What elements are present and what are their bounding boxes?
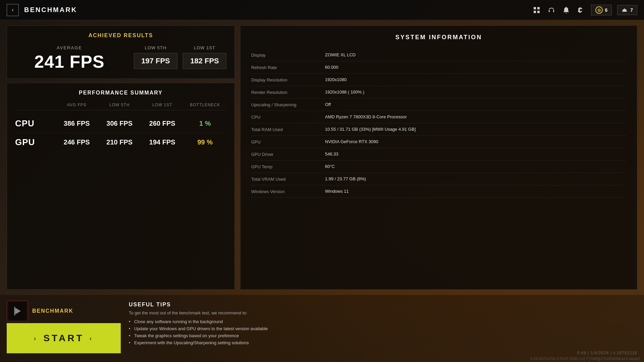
sysinfo-key: CPU — [251, 114, 325, 120]
low1st-stat: Low 1st 182 FPS — [183, 45, 226, 69]
page-title: BENCHMARK — [24, 6, 77, 14]
tips-intro: To get the most out of the benchmark tes… — [129, 310, 637, 315]
sysinfo-key: Refresh Rate — [251, 65, 325, 70]
perf-title: PERFORMANCE SUMMARY — [15, 90, 226, 96]
results-card: ACHIEVED RESULTS AVERAGE 241 FPS Low 5th… — [7, 25, 235, 79]
stats-block: Low 5th 197 FPS Low 1st 182 FPS — [134, 45, 226, 69]
coin-count: 6 — [605, 7, 607, 13]
coin-button[interactable]: ◎ 6 — [591, 5, 612, 15]
low1st-label: Low 1st — [183, 45, 226, 50]
tips-panel: USEFUL TIPS To get the most out of the b… — [129, 300, 637, 348]
sysinfo-title: SYSTEM INFORMATION — [251, 34, 626, 41]
tip-item: Experiment with the Upscaling/Sharpening… — [129, 339, 637, 346]
sysinfo-row: Total RAM Used10.55 / 31.71 GB (33%) [MW… — [251, 123, 626, 136]
gear-icon[interactable] — [576, 5, 586, 15]
left-panel: ACHIEVED RESULTS AVERAGE 241 FPS Low 5th… — [7, 25, 235, 290]
start-label: START — [43, 333, 84, 344]
col-name — [15, 103, 55, 107]
cpu-low1st: 260 FPS — [141, 120, 184, 127]
debug-bar: 9.29.16741216 [178.67:2506+11] T [7000][… — [526, 355, 644, 362]
player-count: 7 — [630, 7, 633, 13]
sysinfo-row: CPUAMD Ryzen 7 7800X3D 8-Core Processor — [251, 111, 626, 123]
sysinfo-val: ZOWIE XL LCD — [325, 52, 626, 57]
start-button[interactable]: › START ‹ — [7, 323, 121, 353]
sysinfo-val: Off — [325, 102, 626, 107]
gpu-avgfps: 246 FPS — [55, 138, 98, 146]
gpu-label: GPU — [15, 137, 55, 147]
sysinfo-key: Windows Version — [251, 189, 325, 194]
perf-table: Avg FPS Low 5th Low 1st Bottleneck CPU 3… — [15, 103, 226, 152]
sysinfo-key: Total VRAM Used — [251, 176, 325, 182]
sysinfo-val: 1.99 / 23.77 GB (8%) — [325, 176, 626, 181]
col-avgfps: Avg FPS — [55, 103, 98, 107]
average-label: AVERAGE — [15, 45, 124, 50]
sysinfo-key: Total RAM Used — [251, 127, 325, 132]
sysinfo-row: Refresh Rate60.000 — [251, 61, 626, 74]
tips-title: USEFUL TIPS — [129, 302, 637, 308]
col-low1st: Low 1st — [141, 103, 184, 107]
gpu-bottleneck: 99 % — [184, 138, 227, 146]
benchmark-launcher: BENCHMARK › START ‹ — [7, 300, 121, 353]
sysinfo-row: Upscaling / SharpeningOff — [251, 99, 626, 111]
topbar-right: ◎ 6 7 — [532, 5, 637, 15]
sysinfo-row: DisplayZOWIE XL LCD — [251, 49, 626, 61]
main-content: ACHIEVED RESULTS AVERAGE 241 FPS Low 5th… — [0, 20, 644, 295]
bottom-panel: BENCHMARK › START ‹ USEFUL TIPS To get t… — [0, 295, 644, 362]
sysinfo-val: 60.000 — [325, 65, 626, 70]
launcher-name: BENCHMARK — [32, 308, 73, 314]
sysinfo-val: AMD Ryzen 7 7800X3D 8-Core Processor — [325, 114, 626, 119]
low5th-stat: Low 5th 197 FPS — [134, 45, 177, 69]
sysinfo-val: 644x362 — [325, 77, 626, 82]
tip-item: Update your Windows and GPU drivers to t… — [129, 325, 637, 332]
low5th-label: Low 5th — [134, 45, 177, 50]
average-block: AVERAGE 241 FPS — [15, 45, 124, 70]
perf-card: PERFORMANCE SUMMARY Avg FPS Low 5th Low … — [7, 83, 235, 290]
svg-marker-4 — [14, 307, 21, 315]
svg-rect-2 — [534, 11, 536, 13]
results-title: ACHIEVED RESULTS — [15, 33, 226, 39]
launcher-icon — [7, 300, 28, 322]
player-button[interactable]: 7 — [617, 5, 637, 15]
coin-icon: ◎ — [595, 6, 603, 14]
cpu-avgfps: 386 FPS — [55, 120, 98, 127]
launcher-header: BENCHMARK — [7, 300, 121, 322]
sysinfo-row: Total VRAM Used1.99 / 23.77 GB (8%) — [251, 173, 626, 185]
player-icon — [622, 7, 628, 13]
sysinfo-table: DisplayZOWIE XL LCDRefresh Rate60.000Dis… — [251, 49, 626, 198]
grid-icon[interactable] — [532, 5, 541, 15]
sysinfo-val: 10.55 / 31.71 GB (33%) [MWII Usage 4.91 … — [325, 127, 626, 132]
sysinfo-key: GPU Temp — [251, 164, 325, 169]
sysinfo-row: GPU Temp60°C — [251, 161, 626, 173]
svg-rect-0 — [534, 7, 536, 9]
sysinfo-row: Render Resolution1920x1088 ( 100% ) — [251, 86, 626, 99]
timestamp: 0:49 | 1/6/2024 | v.16741216 — [577, 351, 637, 355]
tips-list: Close any software running in the backgr… — [129, 318, 637, 346]
sysinfo-row: GPUNVIDIA GeForce RTX 3090 — [251, 136, 626, 148]
perf-header: Avg FPS Low 5th Low 1st Bottleneck — [15, 103, 226, 110]
start-left-arrow: › — [34, 335, 38, 342]
sysinfo-key: GPU — [251, 139, 325, 144]
sysinfo-val: 546.33 — [325, 152, 626, 157]
tip-item: Tweak the graphics settings based on you… — [129, 332, 637, 339]
sysinfo-key: Upscaling / Sharpening — [251, 102, 325, 107]
average-value: 241 FPS — [15, 53, 124, 70]
col-bottleneck: Bottleneck — [184, 103, 227, 107]
svg-rect-3 — [537, 11, 540, 13]
sysinfo-key: Display — [251, 52, 325, 58]
sysinfo-val: Windows 11 — [325, 189, 626, 194]
perf-row-cpu: CPU 386 FPS 306 FPS 260 FPS 1 % — [15, 114, 226, 133]
tip-item: Close any software running in the backgr… — [129, 318, 637, 325]
sysinfo-row: GPU Driver546.33 — [251, 148, 626, 161]
back-button[interactable]: ‹ — [7, 4, 19, 16]
col-low5th: Low 5th — [98, 103, 141, 107]
results-grid: AVERAGE 241 FPS Low 5th 197 FPS Low 1st … — [15, 45, 226, 70]
cpu-bottleneck: 1 % — [184, 120, 227, 127]
sysinfo-val: 60°C — [325, 164, 626, 169]
sysinfo-key: Display Resolution — [251, 77, 325, 82]
sysinfo-val: NVIDIA GeForce RTX 3090 — [325, 139, 626, 144]
bell-icon[interactable] — [561, 5, 571, 15]
cpu-label: CPU — [15, 118, 55, 129]
headphones-icon[interactable] — [547, 5, 556, 15]
gpu-low5th: 210 FPS — [98, 138, 141, 146]
sysinfo-key: Render Resolution — [251, 89, 325, 95]
